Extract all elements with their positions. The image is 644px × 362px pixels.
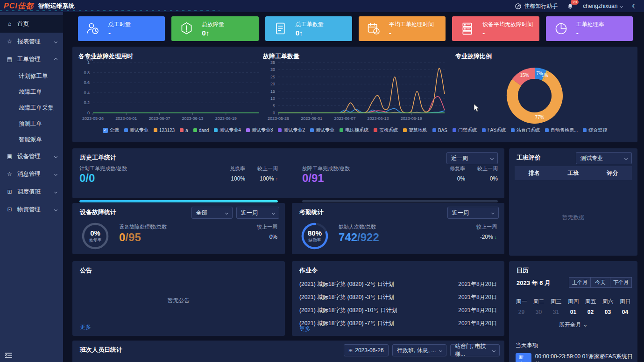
legend-item-智慧地铁[interactable]: 智慧地铁 <box>403 127 427 133</box>
panel-title: 日历 <box>517 266 529 275</box>
attendance-period-select[interactable]: 近一周 <box>447 207 499 219</box>
work-order-row[interactable]: (2021) 城际18字第 (0820) -2号 日计划 2021年8月20日 <box>299 278 497 291</box>
work-more-link[interactable]: 更多 <box>299 325 311 333</box>
legend-item-123123[interactable]: 123123 <box>154 128 175 133</box>
legend-item-测试专业[interactable]: 测试专业 <box>124 127 149 133</box>
calendar-nav-buttons: 上个月今天下个月 <box>569 277 632 288</box>
legend-item-测试专业[interactable]: 测试专业 <box>310 127 334 133</box>
schedule-icon: ⊞ <box>6 188 13 195</box>
calendar-event[interactable]: 新建 00:00:00-23:59:00 01谢家桥FAS系统日检 <box>516 353 637 362</box>
legend-item-门禁系统[interactable]: 门禁系统 <box>453 127 477 133</box>
device-fault-panel: 设备故障统计 全部 近一周 0% 修复率 设备故障处理数/总数 0/95 较上一… <box>72 203 285 254</box>
calendar-date-30[interactable]: 30 <box>530 309 547 315</box>
sidebar-item-消息管理[interactable]: ☆ 消息管理 <box>0 165 63 183</box>
theme-toggle-moon-icon[interactable]: ☾ <box>632 3 637 10</box>
legend-item-测试专业3[interactable]: 测试专业3 <box>246 127 273 133</box>
sidebar-item-工单管理[interactable]: ▤ 工单管理 <box>0 50 63 68</box>
device-scope-select[interactable]: 全部 <box>191 207 233 219</box>
legend-item-测试专业4[interactable]: 测试专业4 <box>214 127 241 133</box>
sidebar-item-故障工单采集[interactable]: 故障工单采集 <box>0 100 63 116</box>
calendar-date-31[interactable]: 31 <box>547 309 565 315</box>
weekday-label: 周一 <box>513 298 530 306</box>
work-order-row[interactable]: (2021) 城际18字第 (0820) -7号 日计划 2021年8月20日 <box>299 317 497 330</box>
calendar-button-今天[interactable]: 今天 <box>591 277 610 288</box>
down-arrow-icon: ↓ <box>495 235 497 240</box>
legend-item-a[interactable]: a <box>180 128 188 133</box>
sidebar-item-故障工单[interactable]: 故障工单 <box>0 84 63 100</box>
device-period-select[interactable]: 近一周 <box>236 207 279 219</box>
calendar-date-04[interactable]: 04 <box>616 309 634 315</box>
stat-label: 工单处理率 <box>576 21 604 28</box>
chart-legend: ✓全选 测试专业 123123 a dasd 测试专业4 测试专业3 测试专业2… <box>72 127 637 133</box>
legend-swatch <box>340 128 343 132</box>
sidebar-item-报表管理[interactable]: ☆ 报表管理 <box>0 33 63 50</box>
sidebar-item-智能派单[interactable]: 智能派单 <box>0 132 63 147</box>
workorder-icon: ▤ <box>6 56 13 63</box>
stat-label: 平均工单处理时间 <box>389 21 434 28</box>
legend-item-测试专业2[interactable]: 测试专业2 <box>278 127 305 133</box>
calendar-date-02[interactable]: 02 <box>582 309 599 315</box>
chevron-down-icon <box>225 211 228 214</box>
chevron-down-icon <box>624 156 628 160</box>
svg-text:2023-06-19: 2023-06-19 <box>215 116 237 121</box>
sidebar-item-设备管理[interactable]: ▣ 设备管理 <box>0 147 63 165</box>
svg-text:0.8: 0.8 <box>84 70 90 75</box>
sidebar-item-预测工单[interactable]: 预测工单 <box>0 116 63 132</box>
legend-item-站台门系统[interactable]: 站台门系统 <box>511 127 540 133</box>
team-major-select[interactable]: 测试专业 <box>576 152 632 164</box>
weekday-label: 周四 <box>565 298 582 306</box>
legend-item-自动售检票...[interactable]: 自动售检票... <box>545 127 578 133</box>
message-icon: ☆ <box>6 171 13 177</box>
attendance-panel: 考勤统计 近一周 80% 缺勤率 缺勤人次数/总数 742/922 较上一周 -… <box>292 203 504 254</box>
calendar-button-下个月[interactable]: 下个月 <box>610 277 632 288</box>
weekday-label: 周五 <box>582 298 599 306</box>
chevron-down-icon <box>439 348 442 352</box>
shift-date-picker[interactable]: ⊞2023-06-26 <box>344 344 389 356</box>
sidebar-item-调度值班[interactable]: ⊞ 调度值班 <box>0 183 63 201</box>
calendar-month-label: 2023 年 6 月 <box>517 279 551 287</box>
work-order-name: (2021) 城际18字第 (0820) -10号 日计划 <box>299 306 397 314</box>
legend-swatch <box>583 128 587 132</box>
legend-item-电扶梯系统[interactable]: 电扶梯系统 <box>340 127 368 133</box>
legend-item-综合监控[interactable]: 综合监控 <box>583 127 607 133</box>
assistant-button[interactable]: 佳都知行助手 <box>515 2 558 10</box>
legend-swatch <box>124 128 128 132</box>
notice-more-link[interactable]: 更多 <box>80 323 91 331</box>
svg-text:20: 20 <box>270 82 275 86</box>
history-period-select[interactable]: 近一周 <box>446 152 498 164</box>
calendar-button-上个月[interactable]: 上个月 <box>569 277 591 288</box>
legend-swatch <box>482 128 486 132</box>
notifications-button[interactable]: 28 <box>567 3 573 10</box>
work-order-row[interactable]: (2021) 城际18字第 (0820) -3号 日计划 2021年8月20日 <box>299 291 497 304</box>
assistant-label: 佳都知行助手 <box>524 2 558 10</box>
calendar-date-01[interactable]: 01 <box>565 309 582 315</box>
calendar-date-29[interactable]: 29 <box>513 309 530 315</box>
alert-hexagon-icon <box>179 21 194 36</box>
sidebar-collapse-button[interactable] <box>5 352 13 358</box>
sidebar-item-物资管理[interactable]: ⊡ 物资管理 <box>0 201 63 218</box>
planned-orders-stat: 计划工单完成数/总数 0/0 兑换率 较上一周 100% 100% ↑ <box>79 165 278 194</box>
user-menu[interactable]: chengzhixuan <box>583 3 623 9</box>
calendar-date-03[interactable]: 03 <box>599 309 616 315</box>
absence-rate-gauge: 80% 缺勤率 <box>300 222 329 251</box>
checkbox-checked-icon: ✓ <box>103 128 108 133</box>
legend-select-all[interactable]: ✓全选 <box>103 127 119 133</box>
stat-card-总工时量: 总工时量 - <box>78 16 165 41</box>
work-order-date: 2021年8月20日 <box>458 293 497 301</box>
legend-item-安检系统[interactable]: 安检系统 <box>374 127 398 133</box>
shift-system-select[interactable]: 站台门, 电扶梯... <box>450 344 500 356</box>
stat-label: 总工时量 <box>108 21 131 28</box>
sidebar-item-label: 消息管理 <box>17 170 41 178</box>
team-column-工班: 工班 <box>554 169 593 177</box>
sidebar-item-计划修工单[interactable]: 计划修工单 <box>0 68 63 84</box>
chevron-down-icon <box>492 349 495 352</box>
legend-item-FAS系统[interactable]: FAS系统 <box>482 127 506 133</box>
legend-swatch <box>403 128 407 132</box>
svg-text:77%: 77% <box>535 115 544 120</box>
legend-item-dasd[interactable]: dasd <box>193 128 209 133</box>
shift-type-select[interactable]: 行政班, 休息, ... <box>392 344 446 356</box>
legend-item-BAS[interactable]: BAS <box>432 128 447 133</box>
sidebar-item-首页[interactable]: ⌂ 首页 <box>0 15 63 33</box>
work-order-row[interactable]: (2021) 城际18字第 (0820) -10号 日计划 2021年8月20日 <box>299 304 497 317</box>
calendar-expand-link[interactable]: 展开全月 ⌄ <box>509 321 637 329</box>
